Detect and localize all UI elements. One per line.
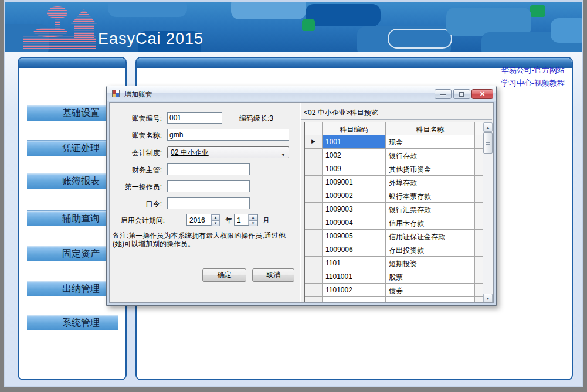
app-header: EasyCai 2015 [5, 2, 582, 52]
video-tutorial-link[interactable]: 学习中心-视频教程 [501, 77, 565, 90]
maximize-icon [459, 92, 464, 97]
cell-name[interactable]: 信用卡存款 [386, 216, 475, 230]
year-up-icon[interactable]: ▲ [211, 214, 220, 220]
account-code-label: 账套编号: [110, 114, 162, 124]
header-decor-shape [388, 29, 452, 49]
scrollbar-thumb[interactable] [483, 132, 493, 154]
year-down-icon[interactable]: ▼ [211, 220, 220, 226]
ok-button[interactable]: 确定 [202, 268, 246, 282]
cell-code[interactable]: 1009001 [323, 176, 386, 189]
subject-preview-grid: 科目编码 科目名称 ▶ 1001 现金 1002 银行存款 [304, 122, 493, 303]
table-row[interactable]: 1101001 股票 [305, 270, 483, 284]
cell-name[interactable]: 现金 [386, 135, 475, 149]
table-row[interactable]: 1009006 存出投资款 [305, 243, 483, 257]
cell-name[interactable]: 银行汇票存款 [386, 203, 475, 216]
sidebar-item-system[interactable]: 系统管理 [27, 315, 118, 330]
row-header-cell [305, 162, 323, 176]
column-header-name[interactable]: 科目名称 [386, 122, 475, 135]
row-header-cell [305, 149, 323, 162]
sidebar-item-aux-query[interactable]: 辅助查询 [27, 210, 118, 226]
first-operator-input[interactable] [167, 180, 250, 192]
cell-name[interactable]: 短期投资 [386, 257, 475, 270]
sidebar-item-cashier[interactable]: 出纳管理 [27, 281, 118, 296]
accounting-system-select[interactable]: 02 中小企业 ▼ [167, 146, 289, 158]
cell-name[interactable]: 股票 [386, 270, 475, 284]
minimize-button[interactable] [435, 89, 452, 99]
table-row[interactable]: ▶ 1001 现金 [305, 135, 483, 149]
table-row[interactable]: 1009 其他货币资金 [305, 162, 483, 176]
table-row[interactable]: 1009002 银行本票存款 [305, 189, 483, 203]
table-row[interactable]: 1009005 信用证保证金存款 [305, 230, 483, 243]
cancel-button[interactable]: 取消 [252, 268, 294, 282]
cell-name[interactable]: 银行本票存款 [386, 189, 475, 203]
note-text: 备注:第一操作员为本系统拥有最大权限的操作员,通过他 (她)可以增加别的操作员。 [113, 231, 299, 248]
account-code-input[interactable] [167, 112, 222, 124]
row-header-cell: ▶ [305, 135, 323, 149]
year-stepper[interactable]: 2016 ▲ ▼ [186, 214, 220, 226]
maximize-button[interactable] [453, 89, 470, 99]
cell-code[interactable]: 1009006 [323, 243, 386, 257]
close-button[interactable]: ✕ [471, 89, 493, 99]
column-header-code[interactable]: 科目编码 [323, 122, 386, 135]
official-website-link[interactable]: 华易公司-官方网站 [501, 64, 565, 77]
cell-code[interactable]: 1009004 [323, 216, 386, 230]
accounting-system-label: 会计制度: [110, 148, 162, 158]
header-decor-shape [306, 4, 381, 26]
month-up-icon[interactable]: ▲ [249, 214, 257, 220]
cell-code[interactable]: 1101002 [323, 284, 386, 297]
table-row[interactable]: 1009004 信用卡存款 [305, 216, 483, 230]
finance-chief-input[interactable] [167, 163, 250, 175]
logo-shape [71, 9, 97, 24]
cell-name[interactable]: 银行存款 [386, 149, 475, 162]
cell-code[interactable]: 1009 [323, 162, 386, 176]
row-header-cell [305, 216, 323, 230]
cell-name[interactable]: 外埠存款 [386, 176, 475, 189]
password-input[interactable] [167, 197, 250, 209]
table-row-partial [305, 297, 483, 302]
scroll-down-icon[interactable]: ▼ [483, 294, 493, 303]
cell-code[interactable]: 1009002 [323, 189, 386, 203]
cell-code[interactable]: 1002 [323, 149, 386, 162]
vertical-scrollbar[interactable]: ▲ ▼ [483, 122, 493, 303]
header-decor-shape [231, 2, 306, 19]
finance-chief-label: 财务主管: [110, 165, 162, 175]
row-header-cell [305, 189, 323, 203]
account-name-input[interactable] [167, 129, 289, 141]
sidebar-panel-header [19, 58, 125, 68]
cell-code[interactable]: 1101 [323, 257, 386, 270]
sidebar-item-voucher[interactable]: 凭证处理 [27, 140, 118, 156]
grid-filler-cell [475, 122, 483, 135]
month-stepper[interactable]: 1 ▲ ▼ [234, 214, 258, 226]
header-decor-shape [551, 18, 582, 43]
cell-name[interactable]: 存出投资款 [386, 243, 475, 257]
row-header-cell [305, 176, 323, 189]
note-line: 备注:第一操作员为本系统拥有最大权限的操作员,通过他 [113, 231, 299, 240]
cell-code[interactable]: 1009005 [323, 230, 386, 243]
scroll-up-icon[interactable]: ▲ [483, 122, 493, 132]
preview-title: <02 中小企业>科目预览 [304, 108, 378, 118]
table-row[interactable]: 1002 银行存款 [305, 149, 483, 162]
row-header-cell [305, 284, 323, 297]
cell-code[interactable]: 1009003 [323, 203, 386, 216]
password-label: 口令: [110, 199, 162, 209]
link-box: 华易公司-官方网站 学习中心-视频教程 [501, 64, 565, 90]
table-row[interactable]: 1101 短期投资 [305, 257, 483, 270]
header-decor-shape [446, 8, 531, 36]
cell-code[interactable]: 1101001 [323, 270, 386, 284]
first-operator-label: 第一操作员: [110, 182, 162, 192]
cell-name[interactable]: 其他货币资金 [386, 162, 475, 176]
row-header-cell [305, 257, 323, 270]
account-name-label: 账套名称: [110, 131, 162, 141]
cell-name[interactable]: 债券 [386, 284, 475, 297]
sidebar-item-fixed-assets[interactable]: 固定资产 [27, 246, 118, 261]
sidebar-item-ledger-reports[interactable]: 账簿报表 [27, 173, 118, 189]
dialog-titlebar[interactable]: 增加账套 ✕ [107, 86, 496, 101]
year-value: 2016 [187, 214, 211, 225]
sidebar-item-basic-setup[interactable]: 基础设置 [27, 105, 118, 121]
month-down-icon[interactable]: ▼ [249, 220, 257, 226]
cell-name[interactable]: 信用证保证金存款 [386, 230, 475, 243]
cell-code[interactable]: 1001 [323, 135, 386, 149]
table-row[interactable]: 1101002 债券 [305, 284, 483, 297]
table-row[interactable]: 1009001 外埠存款 [305, 176, 483, 189]
table-row[interactable]: 1009003 银行汇票存款 [305, 203, 483, 216]
